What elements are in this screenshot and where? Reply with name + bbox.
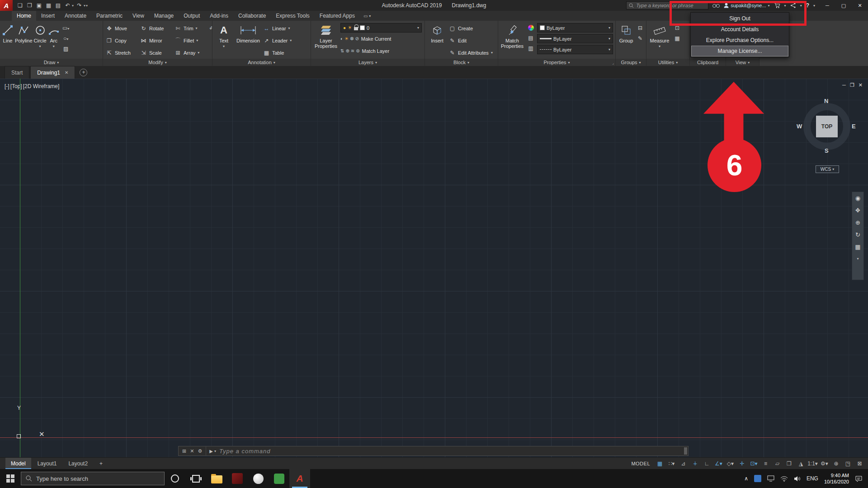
panel-label-draw[interactable]: Draw▾: [0, 59, 103, 66]
match-layer-tool[interactable]: ⇅⊕≋⊜ Match Layer: [340, 45, 422, 57]
annotation-scale-button[interactable]: 1:1▾: [807, 459, 818, 469]
panel-label-annotation[interactable]: Annotation▾: [212, 59, 311, 66]
taskbar-app-2-button[interactable]: [269, 469, 289, 488]
copy-tool[interactable]: ❐Copy: [105, 38, 139, 44]
stretch-tool[interactable]: ⇱Stretch: [105, 50, 139, 56]
tab-output[interactable]: Output: [179, 11, 205, 21]
undo-caret-icon[interactable]: ▾: [72, 4, 74, 8]
doc-minimize-button[interactable]: ─: [842, 82, 846, 88]
tab-insert[interactable]: Insert: [36, 11, 60, 21]
layout-tab-model[interactable]: Model: [5, 458, 31, 469]
viewport-control-menu[interactable]: [-]: [5, 83, 9, 89]
language-indicator[interactable]: ENG: [807, 475, 818, 482]
doc-restore-button[interactable]: ❐: [850, 82, 854, 88]
lineweight-toggle[interactable]: ≡: [760, 459, 771, 469]
dimension-tool[interactable]: Dimension: [235, 22, 262, 59]
viewcube-west[interactable]: W: [797, 123, 802, 130]
linear-dimension-tool[interactable]: ↔Linear▾: [263, 22, 292, 34]
qat-customize-caret-icon[interactable]: ▾: [86, 4, 88, 8]
viewcube-south[interactable]: S: [825, 147, 829, 154]
hatch-tool-icon[interactable]: ▨: [63, 46, 68, 52]
create-block-tool[interactable]: ▢Create: [449, 22, 493, 34]
properties-launcher-icon[interactable]: ⌟: [612, 61, 614, 65]
panel-label-view[interactable]: View▾: [726, 59, 759, 66]
graphics-performance-toggle[interactable]: ◳: [842, 459, 854, 469]
doc-close-button[interactable]: ✕: [859, 82, 863, 88]
edit-block-tool[interactable]: ✎Edit: [449, 34, 493, 47]
taskbar-app-1-button[interactable]: [227, 469, 248, 488]
viewcube-top-face[interactable]: TOP: [816, 116, 838, 137]
xbox-button[interactable]: [248, 469, 269, 488]
orbit-icon[interactable]: ↻: [855, 231, 860, 238]
panel-label-layers[interactable]: Layers▾: [311, 59, 425, 66]
measure-tool[interactable]: Measure ▾: [648, 22, 671, 59]
tab-home[interactable]: Home: [12, 11, 36, 21]
layout-tab-layout1[interactable]: Layout1: [32, 458, 62, 469]
workspace-switching-button[interactable]: ⚙▾: [819, 459, 830, 469]
ribbon-display-toggle[interactable]: ▭▾: [360, 11, 374, 21]
recent-commands-icon[interactable]: ⊞: [182, 448, 186, 454]
ellipse-tool-icon[interactable]: ○▾: [63, 35, 68, 42]
tab-view[interactable]: View: [127, 11, 149, 21]
new-drawing-button[interactable]: +: [80, 69, 87, 76]
panel-label-groups[interactable]: Groups▾: [616, 59, 646, 66]
command-line-bar[interactable]: ⊞ ✕ ⚙ ▶ ▾ Type a command: [178, 446, 689, 456]
file-explorer-button[interactable]: [206, 469, 227, 488]
scale-tool[interactable]: ⇲Scale: [139, 50, 174, 56]
help-caret-icon[interactable]: ▾: [813, 4, 815, 8]
save-as-icon[interactable]: ▦: [45, 1, 52, 9]
panel-label-block[interactable]: Block▾: [425, 59, 498, 66]
menu-item-manage-license[interactable]: Manage License...: [691, 46, 788, 56]
mirror-tool[interactable]: ⋈Mirror: [139, 38, 174, 44]
command-prompt-caret-icon[interactable]: ▾: [214, 449, 216, 453]
fillet-tool[interactable]: ⌒Fillet▾: [174, 37, 208, 44]
file-tab-drawing1[interactable]: Drawing1✕: [30, 66, 75, 79]
array-tool[interactable]: ⊞Array▾: [174, 50, 208, 56]
object-snap-tracking-toggle[interactable]: ✛: [736, 459, 748, 469]
transparency-toggle[interactable]: ▱: [772, 459, 783, 469]
taskbar-clock[interactable]: 9:40 AM 10/16/2020: [824, 472, 849, 485]
object-snap-toggle[interactable]: ⊡▾: [748, 459, 760, 469]
visual-style-menu[interactable]: [2D Wireframe]: [23, 83, 60, 89]
annotation-visibility-toggle[interactable]: ◮: [795, 459, 807, 469]
isometric-drafting-toggle[interactable]: ◇▾: [725, 459, 736, 469]
group-edit-icon[interactable]: ✎: [638, 35, 642, 42]
viewcube-north[interactable]: N: [824, 98, 828, 104]
redo-caret-icon[interactable]: ▾: [84, 4, 85, 8]
hidden-icons-chevron[interactable]: ∧: [744, 475, 748, 482]
close-button[interactable]: ✕: [852, 0, 868, 11]
tab-collaborate[interactable]: Collaborate: [233, 11, 271, 21]
autocad-taskbar-button[interactable]: A: [289, 469, 310, 488]
navigation-wheel-icon[interactable]: ◉: [855, 195, 860, 202]
task-view-button[interactable]: [185, 469, 206, 488]
command-scroll-handle[interactable]: [684, 447, 687, 455]
layer-properties-tool[interactable]: Layer Properties: [313, 22, 339, 59]
text-tool[interactable]: A Text ▾: [214, 22, 233, 59]
command-customize-icon[interactable]: ⚙: [198, 448, 202, 454]
minimize-button[interactable]: ─: [819, 0, 835, 11]
grid-display-toggle[interactable]: ▦: [654, 459, 665, 469]
quick-calculator-icon[interactable]: ▦: [675, 35, 679, 42]
infer-constraints-toggle[interactable]: ⊿: [678, 459, 689, 469]
navbar-caret-icon[interactable]: ▾: [857, 257, 859, 261]
file-tab-start[interactable]: Start: [5, 66, 29, 79]
panel-label-clipboard[interactable]: Clipboard: [690, 59, 726, 66]
app-menu-button[interactable]: A: [0, 0, 13, 11]
ortho-mode-toggle[interactable]: ∟: [701, 459, 712, 469]
polyline-tool[interactable]: Polyline: [15, 22, 33, 59]
erase-tool-icon[interactable]: ✐: [209, 25, 212, 31]
layout-tab-layout2[interactable]: Layout2: [63, 458, 93, 469]
snap-mode-toggle[interactable]: ∷▾: [666, 459, 677, 469]
trim-tool[interactable]: ✄Trim▾: [174, 25, 208, 32]
tab-express-tools[interactable]: Express Tools: [271, 11, 314, 21]
open-file-icon[interactable]: ❐: [26, 1, 33, 9]
annotation-monitor-toggle[interactable]: ⊕: [830, 459, 842, 469]
clean-screen-toggle[interactable]: ⊠: [854, 459, 865, 469]
command-input[interactable]: Type a command: [219, 448, 270, 455]
redo-icon[interactable]: ↷: [75, 1, 83, 9]
wcs-menu[interactable]: WCS▾: [816, 165, 839, 173]
wifi-icon[interactable]: [780, 476, 788, 482]
polar-tracking-toggle[interactable]: ∠▾: [713, 459, 724, 469]
cortana-button[interactable]: [165, 469, 185, 488]
make-current-tool[interactable]: ◐☀❆⊘ Make Current: [340, 33, 422, 45]
